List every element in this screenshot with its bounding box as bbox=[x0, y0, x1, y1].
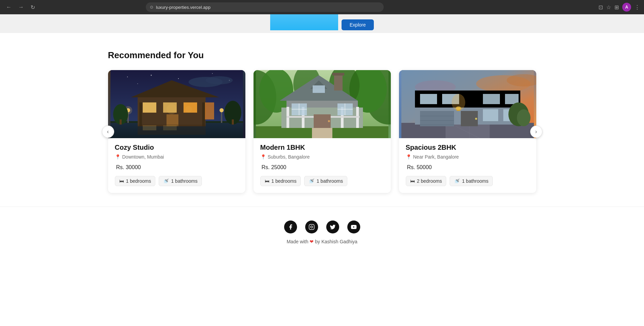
bed-icon-3: 🛏 bbox=[410, 178, 415, 184]
svg-point-2 bbox=[151, 75, 152, 76]
back-button[interactable]: ← bbox=[4, 3, 14, 12]
bedrooms-text-2: 1 bedrooms bbox=[272, 178, 297, 184]
screenshot-button[interactable]: ⊡ bbox=[598, 4, 603, 11]
property-name-cozy-studio: Cozy Studio bbox=[115, 144, 239, 151]
property-image-spacious-2bhk bbox=[399, 70, 536, 138]
cards-wrapper: ‹ bbox=[108, 70, 536, 193]
property-card-cozy-studio[interactable]: Cozy Studio 📍 Downtown, Mumbai Rs. 30000… bbox=[108, 70, 245, 193]
bathrooms-badge-1: 🚿 1 bathrooms bbox=[159, 176, 202, 186]
bed-icon-1: 🛏 bbox=[119, 178, 124, 184]
facebook-icon[interactable] bbox=[284, 221, 297, 233]
menu-button[interactable]: ⋮ bbox=[634, 4, 640, 11]
recommended-section: Recommended for You ‹ bbox=[67, 33, 577, 207]
bedrooms-text-1: 1 bedrooms bbox=[126, 178, 151, 184]
location-text-3: Near Park, Bangalore bbox=[413, 154, 459, 160]
svg-rect-47 bbox=[332, 73, 344, 76]
next-arrow-button[interactable]: › bbox=[530, 126, 542, 138]
prev-arrow-button[interactable]: ‹ bbox=[102, 126, 114, 138]
svg-rect-17 bbox=[167, 114, 178, 126]
svg-rect-30 bbox=[232, 119, 234, 125]
svg-rect-33 bbox=[163, 125, 177, 130]
bathrooms-text-3: 1 bathrooms bbox=[462, 178, 488, 184]
twitter-icon[interactable] bbox=[326, 221, 339, 233]
property-price-cozy-studio: Rs. 30000 bbox=[115, 164, 239, 170]
bookmark-button[interactable]: ☆ bbox=[606, 4, 611, 11]
location-icon-3: 📍 bbox=[406, 154, 412, 160]
svg-point-1 bbox=[127, 77, 128, 77]
site-footer: Made with ❤ by Kashish Gadhiya bbox=[0, 207, 644, 255]
property-card-spacious-2bhk[interactable]: Spacious 2BHK 📍 Near Park, Bangalore Rs.… bbox=[399, 70, 536, 193]
security-icon: ⊙ bbox=[150, 5, 153, 10]
footer-credit: Made with ❤ by Kashish Gadhiya bbox=[7, 239, 637, 244]
svg-rect-49 bbox=[313, 85, 325, 93]
svg-rect-32 bbox=[143, 125, 156, 130]
svg-rect-25 bbox=[221, 111, 222, 123]
svg-rect-46 bbox=[334, 74, 343, 91]
card-body-cozy-studio: Cozy Studio 📍 Downtown, Mumbai Rs. 30000… bbox=[108, 138, 245, 193]
extensions-button[interactable]: ⊞ bbox=[614, 4, 619, 11]
svg-rect-28 bbox=[120, 119, 122, 125]
bedrooms-badge-1: 🛏 1 bedrooms bbox=[115, 176, 156, 186]
bedrooms-text-3: 2 bedrooms bbox=[417, 178, 442, 184]
location-text-1: Downtown, Mumbai bbox=[122, 154, 164, 160]
instagram-icon[interactable] bbox=[305, 221, 318, 233]
avatar[interactable]: A bbox=[622, 3, 631, 12]
hero-image bbox=[270, 14, 338, 30]
property-features-modern-1bhk: 🛏 1 bedrooms 🚿 1 bathrooms bbox=[260, 176, 384, 186]
bathrooms-text-2: 1 bathrooms bbox=[316, 178, 343, 184]
bath-icon-2: 🚿 bbox=[309, 178, 314, 184]
svg-point-8 bbox=[206, 76, 233, 84]
bathrooms-badge-2: 🚿 1 bathrooms bbox=[304, 176, 347, 186]
svg-rect-80 bbox=[505, 94, 519, 104]
svg-point-4 bbox=[212, 73, 213, 74]
svg-point-87 bbox=[517, 109, 530, 126]
property-location-modern-1bhk: 📍 Suburbs, Bangalore bbox=[260, 154, 384, 160]
location-text-2: Suburbs, Bangalore bbox=[268, 154, 310, 160]
browser-actions: ⊡ ☆ ⊞ A ⋮ bbox=[598, 3, 640, 12]
property-card-modern-1bhk[interactable]: Modern 1BHK 📍 Suburbs, Bangalore Rs. 250… bbox=[254, 70, 391, 193]
bath-icon-3: 🚿 bbox=[454, 178, 460, 184]
svg-rect-77 bbox=[420, 94, 437, 104]
svg-rect-79 bbox=[483, 94, 500, 104]
property-image-cozy-studio bbox=[108, 70, 245, 138]
property-features-cozy-studio: 🛏 1 bedrooms 🚿 1 bathrooms bbox=[115, 176, 239, 186]
svg-point-6 bbox=[137, 83, 138, 84]
page-content: Explore Recommended for You ‹ bbox=[0, 14, 644, 326]
bathrooms-text-1: 1 bathrooms bbox=[171, 178, 197, 184]
credit-suffix: by Kashish Gadhiya bbox=[315, 239, 358, 244]
youtube-icon[interactable] bbox=[347, 221, 360, 233]
forward-button[interactable]: → bbox=[16, 3, 26, 12]
svg-point-85 bbox=[456, 107, 461, 110]
heart-icon: ❤ bbox=[310, 239, 315, 244]
bath-icon-1: 🚿 bbox=[163, 178, 169, 184]
bedrooms-badge-3: 🛏 2 bedrooms bbox=[406, 176, 447, 186]
card-body-spacious-2bhk: Spacious 2BHK 📍 Near Park, Bangalore Rs.… bbox=[399, 138, 536, 193]
svg-point-26 bbox=[220, 108, 224, 112]
svg-rect-19 bbox=[202, 102, 205, 126]
reload-button[interactable]: ↻ bbox=[29, 3, 37, 12]
hero-cta-button[interactable]: Explore bbox=[342, 19, 374, 30]
hero-partial: Explore bbox=[0, 14, 644, 33]
svg-rect-90 bbox=[309, 225, 314, 230]
bed-icon-2: 🛏 bbox=[265, 178, 269, 184]
address-bar[interactable]: ⊙ luxury-properties.vercel.app bbox=[146, 2, 384, 12]
browser-chrome: ← → ↻ ⊙ luxury-properties.vercel.app ⊡ ☆… bbox=[0, 0, 644, 14]
svg-rect-18 bbox=[139, 102, 142, 126]
section-title: Recommended for You bbox=[108, 50, 536, 61]
svg-rect-71 bbox=[420, 111, 454, 126]
bedrooms-badge-2: 🛏 1 bedrooms bbox=[260, 176, 301, 186]
cards-grid: Cozy Studio 📍 Downtown, Mumbai Rs. 30000… bbox=[108, 70, 536, 193]
property-image-modern-1bhk bbox=[254, 70, 391, 138]
location-icon-1: 📍 bbox=[115, 154, 121, 160]
svg-point-20 bbox=[167, 104, 177, 114]
bathrooms-badge-3: 🚿 1 bathrooms bbox=[450, 176, 493, 186]
property-features-spacious-2bhk: 🛏 2 bedrooms 🚿 1 bathrooms bbox=[406, 176, 529, 186]
property-name-modern-1bhk: Modern 1BHK bbox=[260, 144, 384, 151]
property-name-spacious-2bhk: Spacious 2BHK bbox=[406, 144, 529, 151]
property-price-modern-1bhk: Rs. 25000 bbox=[260, 164, 384, 170]
svg-point-62 bbox=[328, 120, 330, 122]
svg-rect-16 bbox=[204, 102, 214, 119]
property-price-spacious-2bhk: Rs. 50000 bbox=[406, 164, 529, 170]
location-icon-2: 📍 bbox=[260, 154, 266, 160]
property-location-cozy-studio: 📍 Downtown, Mumbai bbox=[115, 154, 239, 160]
